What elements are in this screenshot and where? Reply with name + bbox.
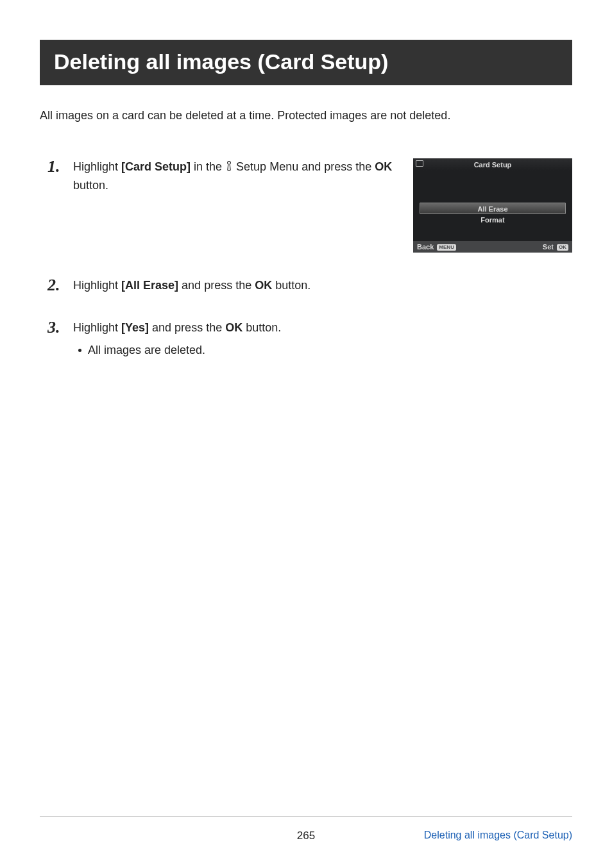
text-segment: in the (191, 160, 225, 173)
list-item: All images are deleted. (73, 342, 572, 360)
ok-tag: OK (557, 244, 568, 251)
step-list: 1 Highlight [Card Setup] in the Setup Me… (40, 158, 572, 360)
wrench-icon (225, 159, 233, 177)
menu-item-all-erase: All Erase (420, 203, 566, 214)
intro-text: All images on a card can be deleted at a… (40, 107, 572, 125)
step-1-text: Highlight [Card Setup] in the Setup Menu… (73, 158, 403, 195)
card-icon (416, 160, 423, 167)
step-3-sub-list: All images are deleted. (73, 342, 572, 360)
bold-ok: OK (225, 321, 242, 334)
back-text: Back (417, 243, 434, 251)
footer-section-link[interactable]: Deleting all images (Card Setup) (424, 830, 572, 841)
text-segment: Setup Menu and press the (233, 160, 375, 173)
menu-back-label: Back MENU (417, 243, 456, 251)
bold-card-setup: [Card Setup] (121, 160, 191, 173)
camera-menu-screenshot: Card Setup All Erase Format Back MENU Se… (413, 158, 572, 253)
step-3-text: Highlight [Yes] and press the OK button. (73, 319, 572, 337)
step-1: 1 Highlight [Card Setup] in the Setup Me… (40, 158, 572, 253)
menu-body: All Erase Format (413, 171, 572, 241)
menu-title: Card Setup (474, 161, 512, 169)
page-footer: 265 Deleting all images (Card Setup) (40, 830, 572, 842)
step-3: 3 Highlight [Yes] and press the OK butto… (40, 319, 572, 360)
menu-set-label: Set OK (543, 243, 568, 251)
menu-footer: Back MENU Set OK (413, 241, 572, 253)
menu-item-format: Format (421, 214, 565, 226)
page-title: Deleting all images (Card Setup) (40, 40, 572, 85)
bullet-icon (78, 349, 81, 352)
step-number: 3 (47, 319, 73, 336)
step-number: 1 (47, 158, 73, 175)
bold-yes: [Yes] (121, 321, 149, 334)
step-2: 2 Highlight [All Erase] and press the OK… (40, 277, 572, 295)
text-segment: and press the (149, 321, 225, 334)
page-number: 265 (297, 830, 315, 842)
text-segment: Highlight (73, 321, 121, 334)
menu-tag: MENU (437, 244, 456, 251)
text-segment: Highlight (73, 160, 121, 173)
text-segment: button. (73, 179, 108, 192)
text-segment: and press the (178, 279, 255, 292)
menu-title-row: Card Setup (413, 158, 572, 171)
set-text: Set (543, 243, 554, 251)
text-segment: Highlight (73, 279, 121, 292)
bold-all-erase: [All Erase] (121, 279, 178, 292)
bold-ok: OK (375, 160, 392, 173)
text-segment: button. (242, 321, 281, 334)
bold-ok: OK (255, 279, 272, 292)
text-segment: button. (272, 279, 310, 292)
sub-text: All images are deleted. (88, 342, 205, 360)
footer-divider (40, 816, 572, 817)
step-2-text: Highlight [All Erase] and press the OK b… (73, 277, 572, 295)
step-number: 2 (47, 277, 73, 294)
